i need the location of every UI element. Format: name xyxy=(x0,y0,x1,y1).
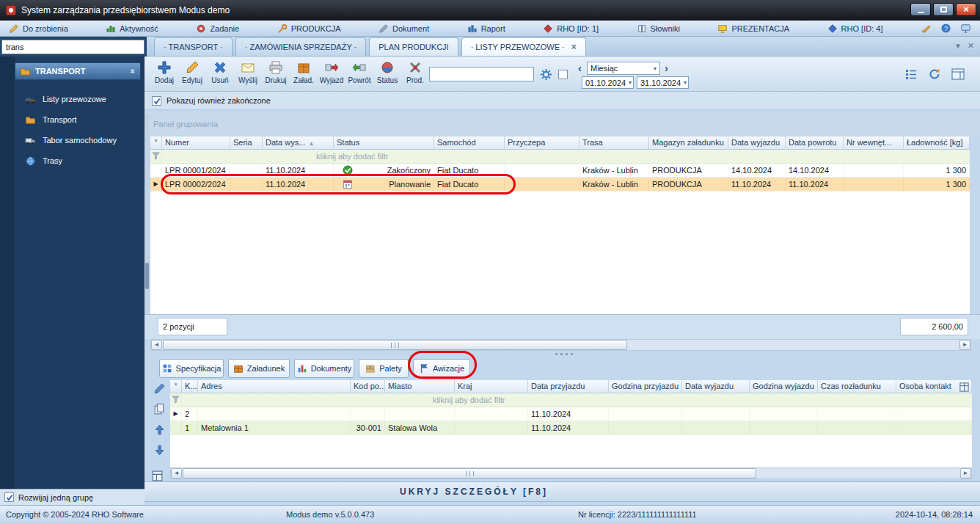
column-header-seria[interactable]: Seria xyxy=(230,137,263,150)
monitor-icon[interactable] xyxy=(960,23,971,34)
column-header-magazyn-zaladunku[interactable]: Magazyn załadunku xyxy=(649,137,728,150)
sidebar-item-tabor-samochodowy[interactable]: Tabor samochodowy xyxy=(15,130,141,150)
column-header-data-wys[interactable]: Data wys...▲ xyxy=(263,137,334,150)
period-prev-icon[interactable]: ‹ xyxy=(578,62,582,74)
menu-item-dokument[interactable]: Dokument xyxy=(379,23,429,34)
return-button[interactable]: Powrót xyxy=(345,58,373,90)
column-header-nr-wewnetrzny[interactable]: Nr wewnęt... xyxy=(844,137,904,150)
menu-item-do-zrobienia[interactable]: Do zrobienia xyxy=(9,23,68,34)
delete-button[interactable]: Usuń xyxy=(206,58,234,90)
period-mode-select[interactable]: Miesiąc ▾ xyxy=(587,62,660,75)
menu-item-zadanie[interactable]: Zadanie xyxy=(196,23,239,34)
sidebar-item-listy-przewozowe[interactable]: Listy przewozowe xyxy=(15,89,141,109)
sidebar-item-trasy[interactable]: Trasy xyxy=(15,150,141,171)
refresh-icon[interactable] xyxy=(927,67,942,81)
scroll-right-icon[interactable]: ► xyxy=(960,468,971,478)
detail-tab-awizacje[interactable]: Awizacje xyxy=(413,359,470,378)
detail-horizontal-scrollbar[interactable]: ◄ ► xyxy=(170,467,972,479)
menu-item-rho-1[interactable]: RHO [ID: 1] xyxy=(543,23,599,34)
column-header-status[interactable]: Status xyxy=(334,137,434,150)
brush-icon[interactable] xyxy=(921,23,932,34)
column-header-k[interactable]: K... xyxy=(182,380,198,393)
scroll-left-icon[interactable]: ◄ xyxy=(151,340,162,350)
move-up-icon[interactable] xyxy=(153,423,166,436)
detail-table-row[interactable]: 1 Metalownia 1 30-001 Stalowa Wola 11.10… xyxy=(170,421,972,435)
detail-filter-row[interactable]: kliknij aby dodać filtr xyxy=(170,393,972,407)
column-header-samochod[interactable]: Samochód xyxy=(434,137,505,150)
show-completed-checkbox[interactable] xyxy=(152,96,161,106)
close-button[interactable]: × xyxy=(956,3,976,16)
tab-zamowienia-sprzedazy[interactable]: · ZAMÓWIENIA SPRZEDAŻY · xyxy=(235,37,367,56)
prod-button[interactable]: Prod. xyxy=(401,58,429,90)
sidebar-group-transport[interactable]: TRANSPORT « xyxy=(15,62,141,80)
date-to-select[interactable]: 31.10.2024 ▾ xyxy=(637,76,689,89)
column-header-godzina-wyjazdu[interactable]: Godzina wyjazdu xyxy=(750,380,818,393)
quick-search-input[interactable] xyxy=(1,40,145,54)
collapse-chevron-icon[interactable]: « xyxy=(128,69,139,74)
column-header-miasto[interactable]: Miasto xyxy=(385,380,455,393)
detail-table-row[interactable]: ▶ 2 11.10.2024 xyxy=(170,407,972,421)
grid-search-input[interactable] xyxy=(429,67,534,81)
detail-layout-icon[interactable] xyxy=(151,470,164,482)
column-header-data-wyjazdu[interactable]: Data wyjazdu xyxy=(682,380,750,393)
tab-listy-przewozowe[interactable]: · LISTY PRZEWOZOWE ·× xyxy=(461,37,586,56)
maximize-button[interactable] xyxy=(933,3,954,16)
close-document-icon[interactable]: ✕ xyxy=(968,41,974,51)
menu-item-produkcja[interactable]: PRODUKCJA xyxy=(277,23,341,34)
close-tab-icon[interactable]: × xyxy=(571,39,577,56)
tab-plan-produkcji[interactable]: PLAN PRODUKCJI xyxy=(369,37,458,56)
column-header-adres[interactable]: Adres xyxy=(198,380,351,393)
tab-list-dropdown-icon[interactable]: ▾ xyxy=(956,41,960,51)
send-button[interactable]: Wyślij xyxy=(234,58,262,90)
expand-one-group-checkbox[interactable] xyxy=(4,492,14,502)
status-button[interactable]: Status xyxy=(373,58,401,90)
print-button[interactable]: Drukuj xyxy=(262,58,290,90)
scroll-right-icon[interactable]: ► xyxy=(959,340,970,350)
column-header-data-powrotu[interactable]: Data powrotu xyxy=(786,137,844,150)
loading-button[interactable]: Załad. xyxy=(290,58,318,90)
detail-tab-zaladunek[interactable]: Załadunek xyxy=(228,359,290,378)
detail-horizontal-scrollbar-thumb[interactable] xyxy=(183,468,756,478)
hide-details-bar[interactable]: UKRYJ SZCZEGÓŁY [F8] xyxy=(145,481,980,502)
column-header-ladownosc[interactable]: Ładowność [kg] xyxy=(904,137,970,150)
menu-item-rho-4[interactable]: RHO [ID: 4] xyxy=(827,23,883,34)
detail-duplicate-icon[interactable] xyxy=(153,403,166,415)
column-header-godzina-przyjazdu[interactable]: Godzina przyjazdu xyxy=(609,380,682,393)
table-row-selected[interactable]: ▶ LPR 00002/2024 11.10.2024 Planowanie F… xyxy=(150,178,970,192)
grouping-panel[interactable]: Panel grupowania xyxy=(145,112,980,135)
column-header-kod[interactable]: Kod po... xyxy=(351,380,385,393)
menu-item-raport[interactable]: Raport xyxy=(467,23,505,34)
edit-button[interactable]: Edytuj xyxy=(178,58,206,90)
column-chooser-icon[interactable] xyxy=(959,382,970,393)
column-header-przyczepa[interactable]: Przyczepa xyxy=(505,137,579,150)
rows-icon[interactable] xyxy=(904,67,918,81)
splitter-handle[interactable] xyxy=(555,353,557,355)
date-from-select[interactable]: 01.10.2024 ▾ xyxy=(582,76,634,89)
scroll-left-icon[interactable]: ◄ xyxy=(171,468,182,478)
column-header-czas-rozladunku[interactable]: Czas rozładunku xyxy=(818,380,896,393)
horizontal-scrollbar[interactable]: ◄ ► xyxy=(150,339,971,351)
menu-item-slowniki[interactable]: Słowniki xyxy=(637,23,680,34)
table-row[interactable]: LPR 00001/2024 11.10.2024 Zakończony Fia… xyxy=(150,164,970,178)
detail-tab-specyfikacja[interactable]: Specyfikacja xyxy=(159,359,224,378)
tab-transport[interactable]: · TRANSPORT · xyxy=(154,37,233,56)
vertical-scrollbar[interactable] xyxy=(145,114,150,334)
layout-icon[interactable] xyxy=(951,67,965,81)
help-icon[interactable]: ? xyxy=(940,23,951,34)
filter-row[interactable]: kliknij aby dodać filtr xyxy=(150,150,970,164)
filter-hint[interactable]: kliknij aby dodać filtr xyxy=(162,150,970,164)
horizontal-scrollbar-thumb[interactable] xyxy=(163,340,627,350)
add-button[interactable]: Dodaj xyxy=(150,58,178,90)
column-header-data-wyjazdu[interactable]: Data wyjazdu xyxy=(728,137,786,150)
gear-icon[interactable] xyxy=(539,68,553,81)
column-header-numer[interactable]: Numer xyxy=(162,137,230,150)
filter-hint[interactable]: kliknij aby dodać filtr xyxy=(182,393,972,407)
departure-button[interactable]: Wyjazd xyxy=(318,58,345,90)
detail-tab-dokumenty[interactable]: Dokumenty xyxy=(294,359,354,378)
search-option-checkbox[interactable] xyxy=(558,70,568,79)
move-down-icon[interactable] xyxy=(153,444,166,456)
detail-edit-icon[interactable] xyxy=(153,382,166,395)
column-header-data-przyjazdu[interactable]: Data przyjazdu xyxy=(528,380,609,393)
sidebar-item-transport[interactable]: Transport xyxy=(15,109,141,130)
period-next-icon[interactable]: › xyxy=(665,62,668,74)
